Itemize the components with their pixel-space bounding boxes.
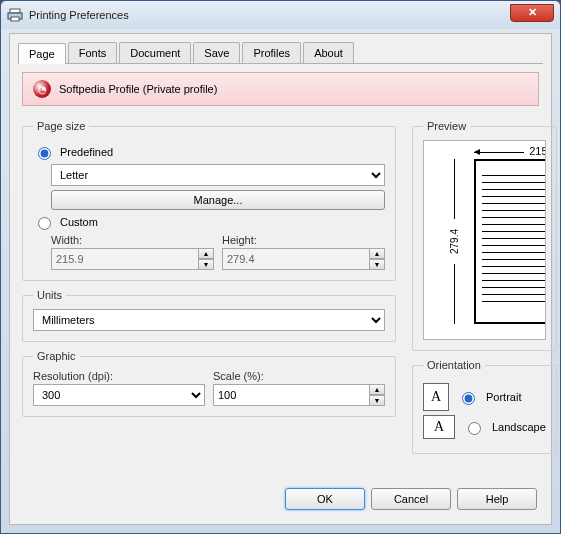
pagesize-group: Page size Predefined Letter Manage... [22, 120, 396, 281]
tab-about[interactable]: About [303, 42, 354, 63]
manage-button[interactable]: Manage... [51, 190, 385, 210]
units-legend: Units [33, 289, 66, 301]
height-label: Height: [222, 234, 385, 246]
help-button[interactable]: Help [457, 488, 537, 510]
titlebar[interactable]: Printing Preferences ✕ [1, 1, 560, 29]
cancel-button[interactable]: Cancel [371, 488, 451, 510]
preview-box: 215.9 279.4 [423, 140, 546, 340]
orientation-group: Orientation A Portrait A Landscape [412, 359, 557, 454]
custom-radio[interactable] [38, 217, 51, 230]
tab-page[interactable]: Page [18, 43, 66, 64]
spin-up-icon[interactable]: ▲ [369, 384, 385, 395]
printer-icon [7, 7, 23, 23]
profile-bar: ◔ Softpedia Profile (Private profile) [22, 72, 539, 106]
pagesize-legend: Page size [33, 120, 89, 132]
profile-label: Softpedia Profile (Private profile) [59, 83, 217, 95]
spin-down-icon[interactable]: ▼ [198, 259, 214, 270]
units-select[interactable]: Millimeters [33, 309, 385, 331]
portrait-label: Portrait [486, 391, 521, 403]
orientation-legend: Orientation [423, 359, 485, 371]
resolution-select[interactable]: 300 [33, 384, 205, 406]
tab-document[interactable]: Document [119, 42, 191, 63]
tab-save[interactable]: Save [193, 42, 240, 63]
ok-button[interactable]: OK [285, 488, 365, 510]
scale-label: Scale (%): [213, 370, 385, 382]
height-spin[interactable]: ▲▼ [222, 248, 385, 270]
preview-legend: Preview [423, 120, 470, 132]
resolution-label: Resolution (dpi): [33, 370, 205, 382]
profile-icon: ◔ [33, 80, 51, 98]
landscape-label: Landscape [492, 421, 546, 433]
spin-down-icon[interactable]: ▼ [369, 395, 385, 406]
landscape-icon: A [423, 415, 455, 439]
preview-height-dim: 279.4 [444, 159, 466, 324]
preview-page-icon [474, 159, 546, 324]
tab-profiles[interactable]: Profiles [242, 42, 301, 63]
preview-group: Preview 215.9 279.4 [412, 120, 557, 351]
window: Printing Preferences ✕ Page Fonts Docume… [0, 0, 561, 534]
tab-fonts[interactable]: Fonts [68, 42, 118, 63]
portrait-radio[interactable] [462, 392, 475, 405]
width-spin[interactable]: ▲▼ [51, 248, 214, 270]
height-input[interactable] [222, 248, 369, 270]
graphic-group: Graphic Resolution (dpi): 300 Scale (%): [22, 350, 396, 417]
window-title: Printing Preferences [29, 9, 129, 21]
predefined-radio[interactable] [38, 147, 51, 160]
custom-label: Custom [60, 216, 98, 228]
svg-rect-2 [11, 17, 19, 21]
scale-spin[interactable]: ▲▼ [213, 384, 385, 406]
client-area: Page Fonts Document Save Profiles About … [9, 33, 552, 525]
predefined-label: Predefined [60, 146, 113, 158]
spin-down-icon[interactable]: ▼ [369, 259, 385, 270]
svg-rect-0 [10, 9, 20, 13]
scale-input[interactable] [213, 384, 369, 406]
portrait-icon: A [423, 383, 449, 411]
dialog-footer: OK Cancel Help [285, 488, 537, 510]
paper-select[interactable]: Letter [51, 164, 385, 186]
tabstrip: Page Fonts Document Save Profiles About [18, 42, 543, 64]
landscape-radio[interactable] [468, 422, 481, 435]
spin-up-icon[interactable]: ▲ [369, 248, 385, 259]
close-button[interactable]: ✕ [510, 4, 554, 22]
preview-width-dim: 215.9 [474, 145, 546, 157]
width-label: Width: [51, 234, 214, 246]
spin-up-icon[interactable]: ▲ [198, 248, 214, 259]
width-input[interactable] [51, 248, 198, 270]
graphic-legend: Graphic [33, 350, 80, 362]
units-group: Units Millimeters [22, 289, 396, 342]
